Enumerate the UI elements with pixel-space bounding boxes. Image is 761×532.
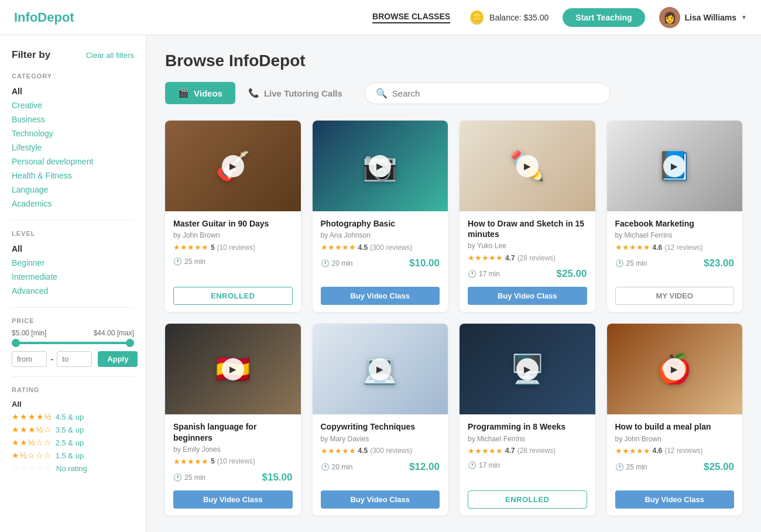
course-reviews: (12 reviews): [664, 243, 702, 252]
course-title: Facebook Marketing: [615, 218, 735, 229]
course-footer: MY VIDEO: [607, 287, 743, 312]
course-author: by John Brown: [173, 231, 293, 239]
search-input[interactable]: [392, 88, 599, 98]
rating-none[interactable]: ☆☆☆☆☆ No rating: [12, 462, 134, 475]
sidebar-item-intermediate[interactable]: Intermediate: [12, 270, 134, 284]
course-meta: 🕐 17 min $25.00: [468, 268, 587, 280]
buy-button[interactable]: Buy Video Class: [321, 287, 440, 305]
course-footer: ENROLLED: [460, 490, 595, 516]
play-button[interactable]: ▶: [369, 155, 391, 177]
clock-icon: 🕐: [615, 259, 624, 267]
start-teaching-button[interactable]: Start Teaching: [563, 8, 645, 27]
course-thumbnail: 🖥️ ▶: [460, 324, 595, 414]
stars-4-5: ★★★★½: [12, 412, 52, 421]
enrolled-button[interactable]: ENROLLED: [468, 490, 587, 509]
user-menu[interactable]: 👩 Lisa Williams ▼: [659, 7, 747, 28]
play-button[interactable]: ▶: [222, 358, 244, 380]
buy-button[interactable]: Buy Video Class: [321, 490, 440, 509]
thumbnail-image: 🍎 ▶: [607, 324, 743, 414]
course-meta: 🕐 25 min $25.00: [615, 461, 735, 473]
rating-1-5-label: 1.5 & up: [56, 451, 84, 460]
sidebar-item-beginner[interactable]: Beginner: [12, 256, 134, 270]
thumbnail-image: 📷 ▶: [313, 121, 448, 211]
course-body: Photography Basic by Ana Johnson ★★★★★ 4…: [313, 211, 448, 287]
sidebar-item-lifestyle[interactable]: Lifestyle: [12, 140, 134, 155]
buy-button[interactable]: Buy Video Class: [468, 287, 587, 305]
rating-3-5[interactable]: ★★★½☆ 3.5 & up: [12, 423, 134, 436]
course-rating-row: ★★★★★ 4.6 (12 reviews): [615, 243, 735, 252]
course-reviews: (300 reviews): [370, 447, 412, 455]
course-rating-num: 5: [211, 243, 215, 252]
course-price: $25.00: [557, 268, 587, 280]
rating-2-5[interactable]: ★★½☆☆ 2.5 & up: [12, 436, 134, 449]
course-card: 📷 ▶ Photography Basic by Ana Johnson ★★★…: [313, 121, 448, 312]
course-duration: 🕐 25 min: [615, 259, 647, 267]
rating-1-5[interactable]: ★½☆☆☆ 1.5 & up: [12, 449, 134, 462]
sidebar-item-personal-dev[interactable]: Personal development: [12, 155, 134, 169]
tabs-search-row: 🎬 Videos 📞 Live Tutoring Calls 🔍: [165, 82, 742, 104]
play-button[interactable]: ▶: [663, 358, 685, 380]
play-button[interactable]: ▶: [516, 155, 539, 177]
username: Lisa Williams: [685, 13, 737, 22]
category-all[interactable]: All: [12, 84, 134, 98]
course-card: 🇪🇸 ▶ Spanish language for beginners by E…: [165, 324, 301, 515]
enrolled-button[interactable]: ENROLLED: [173, 287, 293, 305]
course-rating-row: ★★★★★ 5 (10 reviews): [173, 457, 293, 466]
course-footer: Buy Video Class: [460, 287, 595, 312]
course-rating-num: 4.7: [505, 447, 515, 455]
clock-icon: 🕐: [468, 270, 477, 278]
sidebar-item-technology[interactable]: Technology: [12, 126, 134, 140]
course-title: How to Draw and Sketch in 15 minutes: [468, 218, 587, 239]
price-slider-min-thumb[interactable]: [12, 339, 20, 347]
course-rating-num: 4.7: [505, 254, 515, 262]
sidebar-item-language[interactable]: Language: [12, 183, 134, 197]
level-all[interactable]: All: [12, 242, 134, 256]
course-reviews: (28 reviews): [517, 254, 556, 262]
thumbnail-image: 🇪🇸 ▶: [165, 324, 301, 414]
play-button[interactable]: ▶: [369, 358, 391, 380]
tab-videos[interactable]: 🎬 Videos: [165, 82, 235, 104]
course-duration: 🕐 20 min: [321, 463, 353, 471]
course-price: $10.00: [409, 258, 440, 269]
stars-none: ☆☆☆☆☆: [12, 464, 53, 473]
course-price: $12.00: [409, 461, 440, 473]
course-body: Copywriting Techniques by Mary Davies ★★…: [313, 414, 448, 490]
course-thumbnail: 🍎 ▶: [607, 324, 743, 414]
course-reviews: (28 reviews): [517, 447, 556, 455]
sidebar-item-creative[interactable]: Creative: [12, 98, 134, 112]
course-body: Spanish language for beginners by Emily …: [165, 414, 301, 490]
course-thumbnail: 📘 ▶: [607, 121, 743, 211]
price-from-input[interactable]: [12, 351, 47, 367]
my-video-button[interactable]: MY VIDEO: [615, 287, 735, 305]
phone-tab-icon: 📞: [248, 88, 259, 98]
price-to-input[interactable]: [57, 351, 92, 367]
sidebar-item-academics[interactable]: Academics: [12, 197, 134, 211]
price-slider-max-thumb[interactable]: [126, 339, 134, 347]
filter-header: Filter by Clear all filters: [12, 49, 134, 61]
play-button[interactable]: ▶: [516, 358, 539, 380]
play-button[interactable]: ▶: [222, 155, 244, 177]
buy-button[interactable]: Buy Video Class: [615, 490, 735, 509]
course-rating-num: 4.5: [358, 447, 368, 455]
play-button[interactable]: ▶: [663, 155, 685, 177]
browse-classes-link[interactable]: BROWSE CLASSES: [372, 12, 450, 23]
clock-icon: 🕐: [173, 258, 182, 266]
course-price: $23.00: [704, 258, 734, 269]
course-title: Copywriting Techniques: [321, 421, 440, 432]
sidebar-item-business[interactable]: Business: [12, 112, 134, 126]
course-stars: ★★★★★: [321, 243, 356, 252]
rating-4-5[interactable]: ★★★★½ 4.5 & up: [12, 410, 134, 423]
course-rating-num: 5: [211, 457, 215, 465]
search-icon: 🔍: [376, 88, 388, 99]
sidebar-item-health[interactable]: Health & Fitness: [12, 169, 134, 183]
course-rating-row: ★★★★★ 5 (10 reviews): [173, 243, 293, 252]
price-apply-button[interactable]: Apply: [98, 351, 138, 367]
buy-button[interactable]: Buy Video Class: [173, 490, 293, 509]
course-reviews: (300 reviews): [370, 243, 412, 252]
logo[interactable]: InfoDepot: [14, 10, 74, 25]
rating-all[interactable]: All: [12, 398, 134, 410]
sidebar-item-advanced[interactable]: Advanced: [12, 284, 134, 298]
tab-live-tutoring[interactable]: 📞 Live Tutoring Calls: [235, 82, 355, 104]
rating-3-5-label: 3.5 & up: [56, 425, 84, 434]
clear-filters-link[interactable]: Clear all filters: [86, 51, 134, 60]
